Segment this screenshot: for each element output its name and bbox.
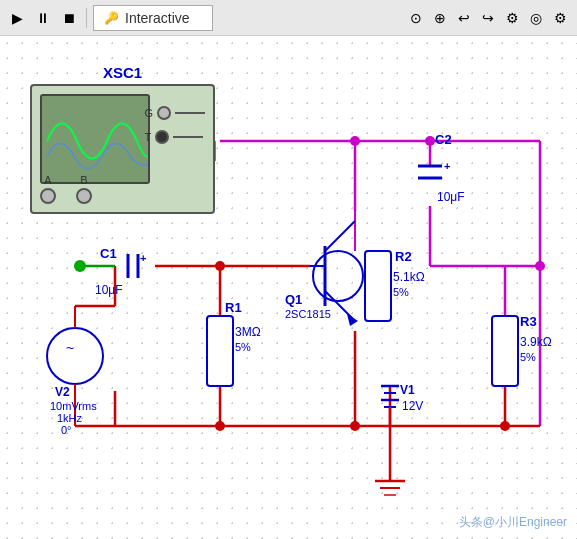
svg-text:R3: R3 [520, 314, 537, 329]
tb-btn-3[interactable]: ↩ [453, 7, 475, 29]
tb-btn-6[interactable]: ◎ [525, 7, 547, 29]
svg-text:10μF: 10μF [437, 190, 465, 204]
tb-btn-5[interactable]: ⚙ [501, 7, 523, 29]
svg-text:+: + [444, 160, 450, 172]
svg-rect-41 [207, 316, 233, 386]
svg-text:C2: C2 [435, 132, 452, 147]
svg-text:3MΩ: 3MΩ [235, 325, 261, 339]
svg-point-20 [535, 261, 545, 271]
tb-btn-1[interactable]: ⊙ [405, 7, 427, 29]
svg-text:1kHz: 1kHz [57, 412, 83, 424]
svg-text:C1: C1 [100, 246, 117, 261]
svg-text:R2: R2 [395, 249, 412, 264]
svg-text:V1: V1 [400, 383, 415, 397]
circuit-canvas[interactable]: XSC1 G T A [0, 36, 577, 539]
tb-btn-4[interactable]: ↪ [477, 7, 499, 29]
key-icon: 🔑 [104, 11, 119, 25]
title-text: Interactive [125, 10, 190, 26]
toolbar: ▶ ⏸ ⏹ 🔑 Interactive ⊙ ⊕ ↩ ↪ ⚙ ◎ ⚙ [0, 0, 577, 36]
svg-point-61 [47, 328, 103, 384]
svg-rect-49 [492, 316, 518, 386]
svg-text:~: ~ [66, 340, 74, 356]
svg-point-15 [350, 421, 360, 431]
svg-text:R1: R1 [225, 300, 242, 315]
circuit-diagram: + C1 10μF + C2 10μF R1 3MΩ 5% R2 5.1kΩ 5… [0, 36, 577, 539]
play-button[interactable]: ▶ [6, 7, 28, 29]
svg-point-23 [500, 421, 510, 431]
svg-text:10mVrms: 10mVrms [50, 400, 97, 412]
svg-text:5%: 5% [520, 351, 536, 363]
svg-marker-57 [347, 314, 358, 326]
simulation-title: 🔑 Interactive [93, 5, 213, 31]
tb-btn-2[interactable]: ⊕ [429, 7, 451, 29]
svg-text:12V: 12V [402, 399, 423, 413]
svg-point-12 [350, 136, 360, 146]
svg-point-29 [74, 260, 86, 272]
svg-point-9 [215, 421, 225, 431]
svg-text:5%: 5% [235, 341, 251, 353]
svg-text:V2: V2 [55, 385, 70, 399]
svg-text:3.9kΩ: 3.9kΩ [520, 335, 552, 349]
svg-line-55 [325, 221, 355, 251]
watermark: 头条@小川Engineer [459, 514, 567, 531]
toolbar-right: ⊙ ⊕ ↩ ↪ ⚙ ◎ ⚙ [405, 7, 571, 29]
svg-text:+: + [140, 252, 146, 264]
svg-rect-45 [365, 251, 391, 321]
svg-text:Q1: Q1 [285, 292, 302, 307]
svg-text:10μF: 10μF [95, 283, 123, 297]
svg-text:5%: 5% [393, 286, 409, 298]
svg-point-58 [313, 251, 363, 301]
svg-text:2SC1815: 2SC1815 [285, 308, 331, 320]
tb-btn-7[interactable]: ⚙ [549, 7, 571, 29]
svg-text:5.1kΩ: 5.1kΩ [393, 270, 425, 284]
separator [86, 8, 87, 28]
svg-text:0°: 0° [61, 424, 72, 436]
stop-button[interactable]: ⏹ [58, 7, 80, 29]
svg-point-17 [425, 136, 435, 146]
pause-button[interactable]: ⏸ [32, 7, 54, 29]
